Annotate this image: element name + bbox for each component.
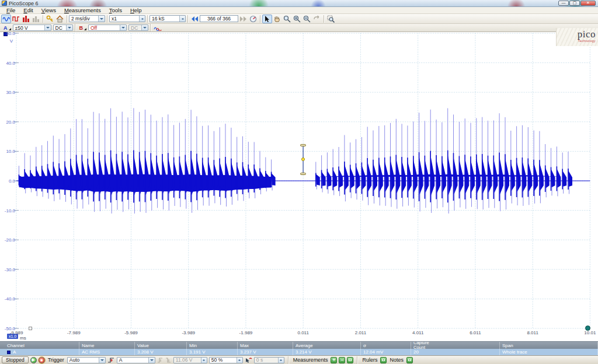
measurement-row[interactable]: AAC RMS3.208 V3.191 V3.237 V3.214 V12.04… — [0, 349, 598, 355]
scope-display[interactable]: V x1.0 ms -9.989-7.989-5.989-3.989-1.989… — [0, 32, 598, 341]
meas-header-cell: Capture Count — [411, 342, 500, 349]
menu-help[interactable]: Help — [126, 7, 146, 14]
undo-zoom-button — [312, 15, 322, 23]
toolbar-separator — [75, 24, 75, 32]
math-channels-button[interactable] — [152, 24, 162, 32]
measurements-label: Measurements — [293, 357, 328, 363]
rulers-label: Rulers — [362, 357, 377, 363]
meas-header-cell: σ — [361, 342, 411, 349]
channel-b-options-arrow[interactable] — [84, 28, 86, 30]
zoom-in-icon — [293, 15, 301, 23]
channel-a-swatch — [7, 351, 11, 354]
spinner-arrows-icon[interactable] — [179, 16, 185, 22]
toolbar-separator — [260, 15, 260, 23]
menu-tools[interactable]: Tools — [105, 7, 126, 14]
math-waveform-icon — [154, 25, 162, 31]
channel-b-range-select[interactable]: Off — [88, 24, 127, 31]
meas-header-cell: Channel — [0, 342, 79, 349]
channel-bar: A ±50 V DC B Off DC — [0, 24, 598, 32]
maximize-button[interactable]: ▢ — [569, 1, 580, 6]
alternate-mode-button — [31, 15, 41, 23]
spinner-arrows-icon[interactable] — [139, 16, 145, 22]
pico-logo: pico Technology — [556, 28, 598, 46]
prev-buffer-button[interactable] — [190, 15, 200, 23]
channel-b-coupling-value: DC — [129, 25, 141, 31]
stop-capture-button[interactable]: ■ — [39, 357, 45, 363]
normal-pointer-button[interactable] — [262, 15, 272, 23]
timebase-select[interactable]: 2 ms/div — [69, 15, 105, 22]
time-ruler-handle[interactable] — [29, 327, 32, 330]
falling-edge-disabled-icon — [165, 357, 172, 363]
x-tick-label: 10.01 — [579, 330, 598, 335]
chevron-down-icon — [98, 16, 105, 22]
scope-mode-button[interactable] — [1, 15, 11, 23]
sample-count-stepper[interactable]: 16 kS — [150, 15, 186, 22]
disabled-bars-icon — [32, 15, 40, 23]
meas-cell: 20 — [411, 349, 500, 355]
toolbar-separator — [357, 356, 357, 364]
rulers-button[interactable] — [380, 357, 387, 363]
y-axis-unit: V — [0, 38, 13, 44]
set-trigger-point-button[interactable] — [245, 357, 252, 363]
trigger-label: Trigger — [48, 357, 64, 363]
add-measurement-button[interactable]: + — [331, 357, 337, 363]
pretrigger-stepper[interactable]: 50 % — [209, 357, 243, 363]
start-capture-button[interactable]: ▶ — [30, 357, 37, 363]
spinner-arrows-icon[interactable] — [237, 358, 242, 363]
buffer-overview-button[interactable] — [248, 15, 258, 23]
zoom-factor-stepper[interactable]: x1 — [109, 15, 145, 22]
ruler-top-cap[interactable] — [300, 144, 306, 146]
zoom-out-button[interactable] — [302, 15, 312, 23]
y-tick-label: 30.0 — [0, 90, 15, 95]
menu-file[interactable]: File — [2, 7, 19, 14]
notes-icon — [408, 359, 411, 361]
home-button[interactable] — [55, 15, 65, 23]
x-tick-label: 4.011 — [407, 330, 429, 335]
window-title: PicoScope 6 — [9, 1, 39, 6]
pico-brand-text: pico — [559, 29, 596, 39]
hand-icon — [273, 15, 281, 23]
minimize-button[interactable]: — — [558, 1, 569, 6]
auto-setup-button[interactable] — [45, 15, 55, 23]
sample-count-value: 16 kS — [150, 16, 179, 22]
x-tick-label: 0.011 — [292, 330, 314, 335]
title-bar: PicoScope 6 — ▢ ✕ — [0, 0, 598, 7]
marquee-zoom-button[interactable] — [282, 15, 292, 23]
trigger-edge-button[interactable] — [107, 357, 115, 363]
y-tick-label: 20.0 — [0, 120, 15, 125]
y-tick-label: -40.0 — [0, 296, 15, 302]
zoom-overview-button[interactable] — [326, 15, 336, 23]
channel-a-range-select[interactable]: ±50 V — [13, 24, 51, 31]
trigger-source-select[interactable]: A — [117, 357, 155, 363]
menu-edit[interactable]: Edit — [19, 7, 37, 14]
meas-cell: 12.04 mV — [361, 349, 411, 355]
stopped-button[interactable]: Stopped — [2, 356, 29, 363]
pretrigger-value: 50 % — [210, 357, 237, 363]
zoom-in-button[interactable] — [292, 15, 302, 23]
trigger-mode-select[interactable]: Auto — [67, 357, 106, 363]
spectrum-mode-button[interactable] — [21, 15, 31, 23]
waveform-canvas — [0, 32, 598, 341]
zoom-factor-value: x1 — [110, 16, 139, 22]
persistence-mode-button[interactable] — [11, 15, 21, 23]
channel-a-coupling-select[interactable]: DC — [53, 24, 73, 31]
buffer-position-box[interactable]: 366 of 366 — [200, 15, 238, 22]
spinner-arrows-icon — [278, 358, 284, 363]
channel-a-options-arrow[interactable] — [9, 28, 11, 30]
ruler-bottom-cap[interactable] — [300, 173, 306, 175]
spinner-arrows-icon — [201, 358, 207, 363]
remove-measurement-button[interactable]: − — [339, 357, 345, 363]
trigger-pointer-icon — [245, 357, 252, 363]
ruler-center-dot[interactable] — [301, 158, 305, 161]
signal-ruler-handle[interactable] — [300, 144, 307, 175]
edit-measurement-button[interactable] — [347, 357, 353, 363]
hand-tool-button[interactable] — [272, 15, 282, 23]
notes-button[interactable] — [406, 357, 413, 363]
edit-icon — [349, 359, 352, 361]
toolbar-separator — [324, 15, 324, 23]
close-button[interactable]: ✕ — [580, 1, 596, 6]
menu-measurements[interactable]: Measurements — [60, 7, 105, 14]
meas-cell: A — [0, 349, 79, 355]
menu-views[interactable]: Views — [37, 7, 60, 14]
app-icon — [2, 1, 7, 6]
